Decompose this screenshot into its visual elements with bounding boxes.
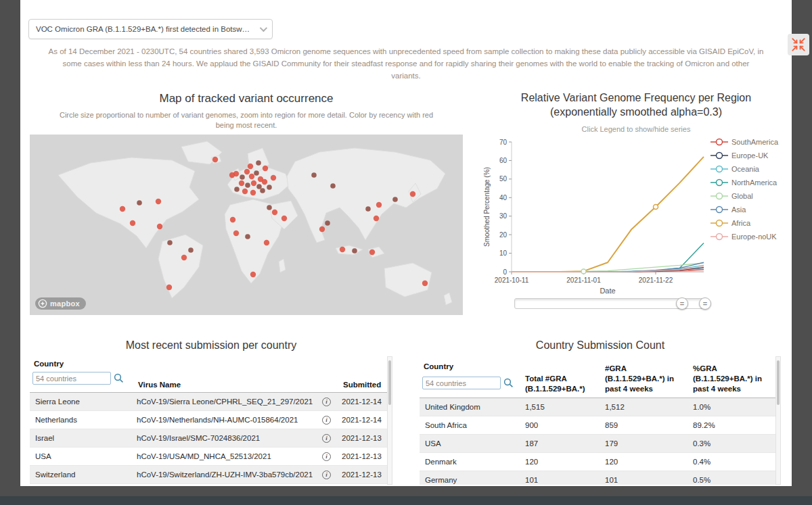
map-dot[interactable] [250, 272, 256, 277]
map-dot[interactable] [263, 166, 268, 171]
map-dot[interactable] [267, 205, 272, 210]
cell-gra-4weeks: 120 [600, 458, 687, 466]
map-dot[interactable] [244, 169, 250, 174]
variant-selector[interactable]: VOC Omicron GRA (B.1.1.529+BA.*) first d… [28, 19, 273, 39]
info-icon[interactable]: i [322, 398, 331, 406]
scrollbar-thumb[interactable] [777, 360, 780, 405]
map-dot[interactable] [262, 179, 267, 185]
map-dot[interactable] [251, 181, 256, 186]
map-dot[interactable] [311, 172, 317, 178]
info-icon[interactable]: i [322, 452, 331, 461]
map-dot[interactable] [281, 216, 287, 221]
map-dot[interactable] [245, 183, 250, 188]
map-dot[interactable] [130, 220, 135, 226]
map-dot[interactable] [260, 188, 265, 193]
map-dot[interactable] [256, 160, 261, 166]
map-dot[interactable] [248, 164, 253, 169]
map-dot[interactable] [229, 172, 235, 178]
table-row: United Kingdom1,5151,5121.0% [420, 398, 775, 416]
range-slider-handle-start[interactable]: = [676, 297, 688, 310]
mapbox-logo[interactable]: mapbox [35, 297, 86, 310]
cell-country: Sierra Leone [30, 398, 131, 406]
map-dot[interactable] [330, 183, 336, 189]
cell-country: Switzerland [30, 471, 131, 479]
map-dot[interactable] [212, 157, 218, 162]
legend-item-southamerica[interactable]: SouthAmerica [709, 135, 790, 149]
cell-gra-4weeks: 859 [600, 421, 687, 429]
map-dot[interactable] [256, 184, 262, 189]
map-dot[interactable] [392, 197, 398, 202]
legend-item-global[interactable]: Global [709, 189, 790, 203]
chevron-down-icon [260, 24, 267, 32]
scrollbar[interactable] [775, 356, 781, 485]
map-dot[interactable] [325, 220, 330, 226]
info-icon[interactable]: i [322, 471, 331, 479]
map-dot[interactable] [249, 174, 254, 179]
map-dot[interactable] [272, 210, 277, 215]
map-dot[interactable] [156, 199, 161, 204]
cell-country: Netherlands [30, 416, 131, 424]
range-slider[interactable]: = = [514, 298, 708, 309]
map-dot[interactable] [254, 170, 259, 176]
expand-icon[interactable] [788, 34, 809, 55]
bottom-band [0, 496, 812, 505]
svg-text:2021-11-01: 2021-11-01 [566, 276, 601, 284]
map-dot[interactable] [188, 247, 194, 253]
legend-item-oceania[interactable]: Oceania [709, 162, 790, 176]
legend-item-europe-uk[interactable]: Europe-UK [709, 149, 790, 162]
table-row: Denmark1201200.4% [420, 453, 775, 471]
search-icon[interactable] [114, 373, 124, 383]
info-icon[interactable]: i [322, 434, 331, 443]
map-dot[interactable] [374, 216, 379, 221]
map-dot[interactable] [352, 248, 357, 254]
country-filter-input[interactable] [32, 372, 111, 385]
map-dot[interactable] [234, 187, 240, 192]
map-dot[interactable] [376, 202, 382, 208]
map-dot[interactable] [245, 234, 250, 239]
legend-item-europe-nouk[interactable]: Europe-noUK [709, 230, 790, 243]
map-dot[interactable] [271, 175, 276, 181]
map-dot[interactable] [365, 206, 371, 212]
app-window: VOC Omicron GRA (B.1.1.529+BA.*) first d… [0, 0, 812, 505]
world-map-canvas [30, 135, 463, 315]
map-dot[interactable] [240, 174, 245, 180]
scrollbar[interactable] [387, 356, 392, 485]
map-dot[interactable] [239, 181, 244, 186]
range-slider-handle-end[interactable]: = [699, 297, 711, 310]
map-dot[interactable] [340, 247, 345, 252]
country-filter-input[interactable] [422, 377, 501, 389]
frequency-chart[interactable]: 0102030405060702021-10-112021-11-012021-… [480, 133, 710, 302]
legend-item-africa[interactable]: Africa [709, 216, 790, 230]
map-dot[interactable] [422, 281, 428, 286]
svg-text:20: 20 [499, 231, 508, 239]
map-dot[interactable] [250, 190, 256, 195]
map-dot[interactable] [264, 240, 269, 245]
map-dot[interactable] [137, 200, 142, 206]
cell-total-gra: 101 [520, 476, 600, 484]
legend-item-northamerica[interactable]: NorthAmerica [709, 176, 790, 189]
scrollbar-thumb[interactable] [388, 360, 391, 405]
map-dot[interactable] [242, 189, 248, 194]
table-row: USAhCoV-19/USA/MD_NHCA_52513/2021i2021-1… [30, 448, 387, 466]
map-dot[interactable] [319, 226, 325, 232]
table-row: Sierra LeonehCoV-19/Sierra Leone/CPHRL_S… [30, 393, 387, 411]
legend-item-asia[interactable]: Asia [709, 203, 790, 216]
map-dot[interactable] [166, 285, 172, 290]
map-dot[interactable] [157, 224, 162, 229]
map-dot[interactable] [233, 231, 239, 236]
map-dot[interactable] [369, 249, 375, 255]
map-dot[interactable] [267, 185, 272, 190]
cell-gra-4weeks: 101 [600, 476, 687, 484]
map-dot[interactable] [120, 206, 125, 212]
map-dot[interactable] [167, 240, 173, 245]
map-dot[interactable] [181, 255, 187, 260]
world-map[interactable]: mapbox [30, 135, 463, 315]
mapbox-icon [38, 299, 47, 308]
map-dot[interactable] [410, 191, 415, 197]
info-icon[interactable]: i [322, 416, 331, 425]
legend-label: NorthAmerica [731, 178, 777, 187]
map-dot[interactable] [230, 217, 235, 222]
search-icon[interactable] [503, 378, 514, 388]
cell-total-gra: 900 [520, 421, 600, 429]
svg-text:60: 60 [499, 157, 508, 164]
